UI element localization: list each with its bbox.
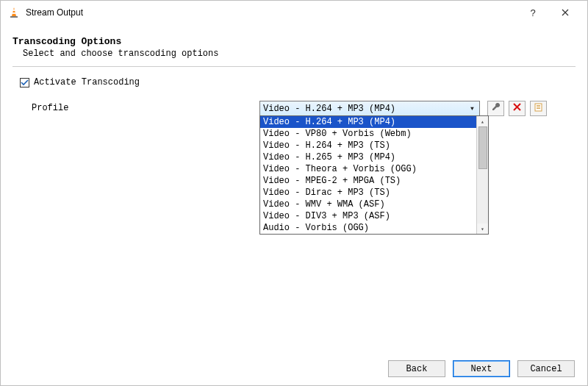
activate-transcoding-label: Activate Transcoding bbox=[34, 77, 140, 87]
new-document-icon bbox=[534, 103, 543, 115]
scroll-up-icon[interactable]: ▴ bbox=[477, 116, 488, 126]
back-button[interactable]: Back bbox=[388, 360, 445, 377]
section-desc: Select and choose transcoding options bbox=[23, 49, 576, 59]
help-button[interactable]: ? bbox=[517, 2, 549, 23]
activate-transcoding-checkbox[interactable]: Activate Transcoding bbox=[20, 77, 576, 87]
profile-selected-value: Video - H.264 + MP3 (MP4) bbox=[263, 104, 395, 114]
profile-option[interactable]: Video - DIV3 + MP3 (ASF) bbox=[260, 210, 476, 222]
profile-dropdown: Video - H.264 + MP3 (MP4) Video - VP80 +… bbox=[259, 115, 489, 235]
svg-rect-2 bbox=[12, 12, 15, 14]
dialog-footer: Back Next Cancel bbox=[388, 360, 575, 377]
profile-option[interactable]: Video - MPEG-2 + MPGA (TS) bbox=[260, 175, 476, 187]
profile-option[interactable]: Video - H.264 + MP3 (TS) bbox=[260, 140, 476, 151]
scroll-thumb[interactable] bbox=[478, 126, 487, 169]
profile-option[interactable]: Video - VP80 + Vorbis (Webm) bbox=[260, 128, 476, 140]
delete-x-icon bbox=[513, 103, 521, 114]
delete-profile-button[interactable] bbox=[509, 101, 526, 116]
edit-profile-button[interactable] bbox=[487, 101, 504, 116]
profile-option[interactable]: Video - Theora + Vorbis (OGG) bbox=[260, 163, 476, 175]
next-button[interactable]: Next bbox=[453, 360, 510, 377]
profile-option[interactable]: Video - H.264 + MP3 (MP4) bbox=[260, 116, 476, 128]
profile-option[interactable]: Video - Dirac + MP3 (TS) bbox=[260, 187, 476, 199]
chevron-down-icon: ▼ bbox=[467, 103, 478, 114]
profile-combobox[interactable]: Video - H.264 + MP3 (MP4) ▼ bbox=[259, 101, 480, 116]
profile-label: Profile bbox=[32, 101, 259, 113]
content-area: Transcoding Options Select and choose tr… bbox=[1, 24, 587, 116]
wrench-icon bbox=[491, 102, 501, 115]
svg-rect-3 bbox=[10, 16, 18, 18]
titlebar: Stream Output ? bbox=[1, 1, 587, 24]
profile-option[interactable]: Audio - Vorbis (OGG) bbox=[260, 222, 476, 234]
profile-option[interactable]: Video - H.265 + MP3 (MP4) bbox=[260, 151, 476, 163]
window-title: Stream Output bbox=[26, 7, 517, 18]
new-profile-button[interactable] bbox=[530, 101, 547, 116]
checkmark-icon bbox=[20, 78, 29, 87]
cancel-button[interactable]: Cancel bbox=[517, 360, 575, 377]
section-title: Transcoding Options bbox=[12, 36, 576, 47]
profile-option[interactable]: Video - WMV + WMA (ASF) bbox=[260, 199, 476, 210]
divider bbox=[12, 66, 576, 67]
vlc-cone-icon bbox=[8, 7, 20, 18]
profile-option-list: Video - H.264 + MP3 (MP4) Video - VP80 +… bbox=[260, 116, 476, 234]
dropdown-scrollbar[interactable]: ▴ ▾ bbox=[476, 116, 488, 234]
svg-rect-1 bbox=[12, 10, 15, 11]
svg-marker-0 bbox=[12, 7, 16, 16]
close-button[interactable] bbox=[549, 2, 581, 23]
scroll-down-icon[interactable]: ▾ bbox=[477, 224, 488, 234]
